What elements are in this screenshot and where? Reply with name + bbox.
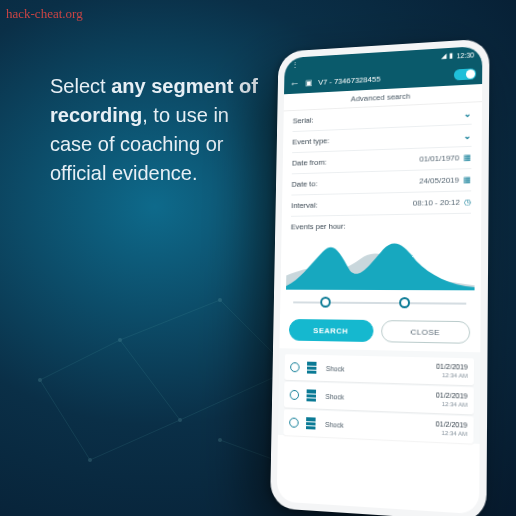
camera-icon: ▣	[305, 78, 313, 87]
close-button[interactable]: CLOSE	[381, 320, 470, 344]
events-per-hour-label: Events per hour:	[282, 214, 482, 232]
event-type-label: Event type:	[292, 136, 329, 146]
slider-thumb-end[interactable]	[399, 297, 410, 308]
date-to-value: 24/05/2019	[419, 175, 459, 185]
phone-mockup: ⋮ ◢ ▮ 12:30 ← ▣ V7 - 73467328455 Advance…	[270, 38, 489, 516]
serial-label: Serial:	[293, 116, 314, 126]
list-item[interactable]: Shock 01/2/201912:34 AM	[284, 354, 474, 385]
wifi-icon: ◢	[442, 52, 447, 60]
promo-pre: Select	[50, 75, 111, 97]
radio-icon[interactable]	[290, 362, 299, 372]
search-form: Serial: ⌄ Event type: ⌄ Date from: 01/01…	[282, 102, 482, 217]
clock-icon: ◷	[464, 197, 471, 206]
screen: ⋮ ◢ ▮ 12:30 ← ▣ V7 - 73467328455 Advance…	[277, 46, 483, 514]
date-from-value: 01/01/1970	[419, 153, 459, 163]
device-shell: ⋮ ◢ ▮ 12:30 ← ▣ V7 - 73467328455 Advance…	[270, 38, 489, 516]
event-type: Shock	[326, 365, 436, 375]
watermark: hack-cheat.org	[6, 6, 83, 22]
chevron-down-icon: ⌄	[464, 108, 472, 118]
event-datetime: 01/2/201912:34 AM	[436, 392, 468, 409]
date-to-label: Date to:	[292, 179, 318, 188]
event-icon	[306, 417, 316, 429]
menu-icon: ⋮	[292, 61, 299, 69]
list-item[interactable]: Shock 01/2/201912:34 AM	[283, 409, 473, 443]
interval-value: 08:10 - 20:12	[413, 198, 460, 208]
event-datetime: 01/2/201912:34 AM	[436, 420, 468, 437]
promo-text: Select any segment of recording, to use …	[50, 72, 270, 188]
radio-icon[interactable]	[289, 418, 299, 428]
event-icon	[307, 362, 317, 374]
status-left: ⋮	[292, 61, 299, 69]
chevron-down-icon: ⌄	[463, 130, 471, 140]
status-right: ◢ ▮ 12:30	[442, 50, 475, 60]
signal-icon: ▮	[450, 52, 454, 60]
calendar-icon: ▦	[463, 175, 471, 184]
back-icon[interactable]: ←	[290, 77, 300, 89]
calendar-icon: ▦	[463, 153, 471, 162]
page-title: V7 - 73467328455	[318, 74, 380, 86]
events-chart	[286, 231, 475, 290]
search-button[interactable]: SEARCH	[289, 319, 374, 342]
results-list: Shock 01/2/201912:34 AM Shock 01/2/20191…	[278, 348, 480, 444]
event-type: Shock	[325, 420, 436, 432]
date-from-label: Date from:	[292, 158, 327, 168]
event-icon	[306, 389, 316, 401]
interval-label: Interval:	[291, 201, 318, 210]
event-type: Shock	[325, 392, 436, 403]
action-buttons: SEARCH CLOSE	[279, 313, 480, 352]
time-range-slider[interactable]	[289, 292, 470, 315]
clock: 12:30	[457, 51, 475, 59]
interval-field[interactable]: Interval: 08:10 - 20:12◷	[291, 191, 471, 216]
promo-frame: Select any segment of recording, to use …	[20, 22, 496, 494]
event-datetime: 01/2/201912:34 AM	[436, 363, 468, 380]
record-toggle[interactable]	[454, 68, 476, 80]
slider-track	[293, 301, 466, 304]
radio-icon[interactable]	[290, 390, 299, 400]
slider-thumb-start[interactable]	[321, 297, 332, 308]
